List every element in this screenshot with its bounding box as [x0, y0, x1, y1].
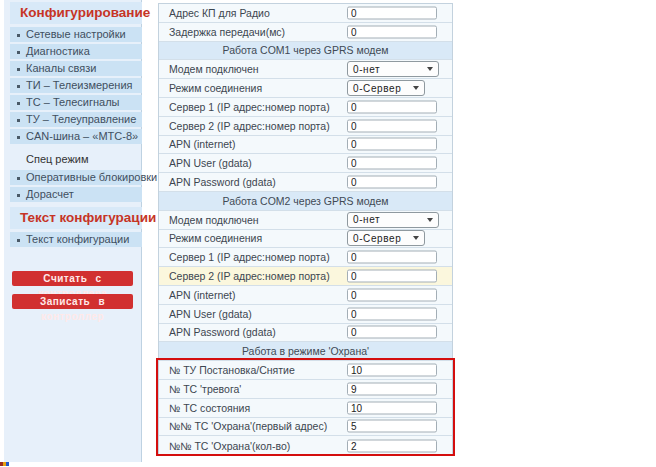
com2-apn-user-input[interactable]	[347, 307, 437, 320]
field-label: Сервер 2 (IP адрес:номер порта)	[169, 270, 330, 282]
bullet-icon	[17, 177, 20, 180]
bullet-icon	[17, 51, 20, 54]
section-header-com2: Работа COM2 через GPRS модем	[159, 192, 452, 211]
write-to-controller-button[interactable]: Записать в контроллер	[12, 294, 133, 309]
row-com2-apn-password: APN Password (gdata)	[159, 324, 452, 343]
row-com1-apn: APN (internet)	[159, 136, 452, 155]
sidebar-item-can-bus[interactable]: CAN-шина – «МТС-8»	[10, 129, 142, 144]
guard-ts-count-input[interactable]	[347, 439, 437, 452]
field-label: Модем подключен	[169, 214, 259, 226]
sidebar-item-label: Текст конфигурации	[26, 233, 129, 245]
sidebar-item-label: Оперативные блокировки	[26, 171, 157, 183]
row-tx-delay: Задержка передачи(мс)	[159, 23, 452, 42]
field-label: Режим соединения	[169, 82, 262, 94]
bullet-icon	[17, 194, 20, 197]
com2-apn-input[interactable]	[347, 288, 437, 301]
sidebar-item-label: Спец режим	[26, 153, 89, 165]
tx-delay-input[interactable]	[347, 25, 437, 38]
field-label: APN User (gdata)	[169, 157, 252, 169]
settings-table: Адрес КП для Радио Задержка передачи(мс)…	[158, 3, 453, 456]
com2-server1-input[interactable]	[347, 251, 437, 264]
sidebar-section-label: Текст конфигурации	[20, 210, 156, 225]
app-window: Конфигурирование Сетевые настройки Диагн…	[0, 0, 656, 467]
sidebar-item-label: Сетевые настройки	[26, 28, 126, 40]
field-label: № ТС состояния	[169, 402, 250, 414]
select-value: 0-нет	[353, 64, 380, 75]
bullet-icon	[17, 34, 20, 37]
com1-server2-input[interactable]	[347, 119, 437, 132]
select-value: 0-Сервер	[353, 83, 401, 94]
guard-ts-first-address-input[interactable]	[347, 420, 437, 433]
sidebar-item-operational-locks[interactable]: Оперативные блокировки	[10, 170, 142, 185]
field-label: Сервер 1 (IP адрес:номер порта)	[169, 251, 330, 263]
field-label: APN Password (gdata)	[169, 176, 276, 188]
field-label: Задержка передачи(мс)	[169, 26, 285, 38]
field-label: Адрес КП для Радио	[169, 7, 270, 19]
row-guard-ts-count: №№ ТС 'Охрана'(кол-во)	[159, 436, 452, 455]
address-radio-input[interactable]	[347, 6, 437, 19]
row-com2-connection-mode: Режим соединения 0-Сервер	[159, 230, 452, 249]
field-label: APN (internet)	[169, 138, 236, 150]
row-guard-tu-arm: № ТУ Постановка/Снятие	[159, 361, 452, 380]
sidebar-item-label: Диагностика	[26, 45, 90, 57]
section-header-label: Работа в режиме 'Охрана'	[242, 345, 369, 357]
field-label: № ТС 'тревога'	[169, 383, 241, 395]
com1-server1-input[interactable]	[347, 100, 437, 113]
row-com2-server1: Сервер 1 (IP адрес:номер порта)	[159, 248, 452, 267]
sidebar-item-comm-channels[interactable]: Каналы связи	[10, 61, 142, 76]
sidebar-item-telecontrol[interactable]: ТУ – Телеуправление	[10, 112, 142, 127]
guard-tu-arm-input[interactable]	[347, 364, 437, 377]
corner-artifact-icon	[0, 462, 9, 466]
row-guard-ts-first-address: №№ ТС 'Охрана'(первый адрес)	[159, 418, 452, 437]
field-label: №№ ТС 'Охрана'(кол-во)	[169, 440, 290, 452]
guard-ts-state-input[interactable]	[347, 401, 437, 414]
sidebar-item-recalculation[interactable]: Дорасчет	[10, 187, 142, 202]
com1-apn-input[interactable]	[347, 138, 437, 151]
section-header-guard-mode: Работа в режиме 'Охрана'	[159, 342, 452, 361]
row-com1-apn-password: APN Password (gdata)	[159, 173, 452, 192]
field-label: APN User (gdata)	[169, 308, 252, 320]
sidebar-item-label: Дорасчет	[26, 188, 74, 200]
com2-apn-password-input[interactable]	[347, 326, 437, 339]
row-com1-connection-mode: Режим соединения 0-Сервер	[159, 79, 452, 98]
row-guard-ts-state: № ТС состояния	[159, 399, 452, 418]
bullet-icon	[17, 68, 20, 71]
com2-modem-connected-select[interactable]: 0-нет	[347, 212, 439, 228]
com1-connection-mode-select[interactable]: 0-Сервер	[347, 80, 425, 96]
select-value: 0-Сервер	[353, 233, 401, 244]
read-from-controller-button[interactable]: Считать с контроллера	[12, 271, 133, 286]
row-com2-server2: Сервер 2 (IP адрес:номер порта)	[159, 267, 452, 286]
sidebar-item-config-text[interactable]: Текст конфигурации	[10, 232, 142, 247]
bullet-icon	[17, 239, 20, 242]
sidebar-item-telemetry[interactable]: ТИ – Телеизмерения	[10, 78, 142, 93]
section-header-com1: Работа COM1 через GPRS модем	[159, 42, 452, 61]
sidebar-item-spec-mode[interactable]: Спец режим	[10, 152, 142, 167]
row-com1-apn-user: APN User (gdata)	[159, 154, 452, 173]
row-address-radio: Адрес КП для Радио	[159, 4, 452, 23]
sidebar-item-label: ТИ – Телеизмерения	[26, 79, 133, 91]
sidebar-item-label: ТС – Телесигналы	[26, 96, 119, 108]
sidebar-item-diagnostics[interactable]: Диагностика	[10, 44, 142, 59]
row-com2-modem-connected: Модем подключен 0-нет	[159, 211, 452, 230]
sidebar-section-config-text: Текст конфигурации	[10, 207, 142, 229]
guard-ts-alarm-input[interactable]	[347, 382, 437, 395]
row-com2-apn-user: APN User (gdata)	[159, 305, 452, 324]
field-label: APN Password (gdata)	[169, 326, 276, 338]
field-label: №№ ТС 'Охрана'(первый адрес)	[169, 420, 327, 432]
sidebar-item-network-settings[interactable]: Сетевые настройки	[10, 27, 142, 42]
com1-modem-connected-select[interactable]: 0-нет	[347, 61, 439, 77]
com2-connection-mode-select[interactable]: 0-Сервер	[347, 230, 425, 246]
com1-apn-user-input[interactable]	[347, 157, 437, 170]
com2-server2-input[interactable]	[347, 270, 437, 283]
sidebar-section-label: Конфигурирование	[20, 5, 150, 20]
sidebar-item-telesignals[interactable]: ТС – Телесигналы	[10, 95, 142, 110]
chevron-down-icon	[413, 236, 419, 240]
bullet-icon	[17, 102, 20, 105]
sidebar-item-label: ТУ – Телеуправление	[26, 113, 136, 125]
row-com1-modem-connected: Модем подключен 0-нет	[159, 60, 452, 79]
sidebar-item-label: CAN-шина – «МТС-8»	[26, 130, 138, 142]
com1-apn-password-input[interactable]	[347, 176, 437, 189]
select-value: 0-нет	[353, 214, 380, 225]
row-guard-ts-alarm: № ТС 'тревога'	[159, 380, 452, 399]
row-com2-apn: APN (internet)	[159, 286, 452, 305]
